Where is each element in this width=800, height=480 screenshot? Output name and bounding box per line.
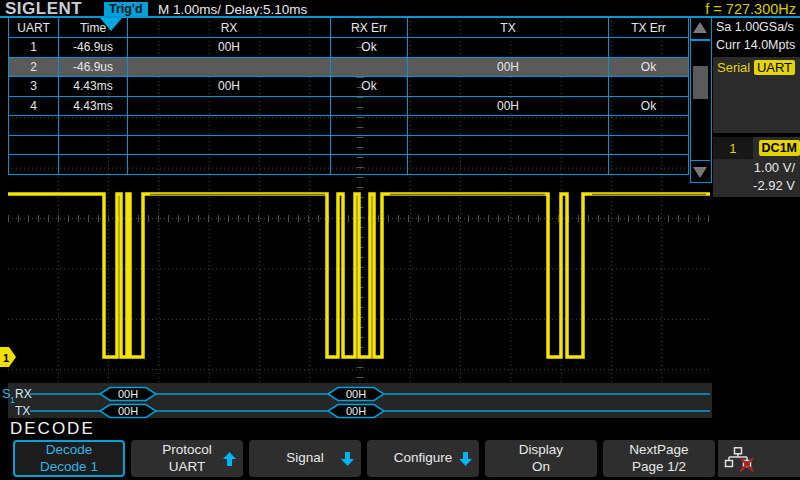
- cell-rxerr: [331, 96, 408, 116]
- serial-label: Serial: [717, 60, 750, 75]
- trigger-position-marker[interactable]: [100, 18, 122, 31]
- table-row[interactable]: 1 -46.9us 00H Ok: [9, 38, 689, 58]
- menu-button-label: Signal: [286, 450, 324, 467]
- cell-index: 2: [9, 57, 59, 77]
- cell-rxerr: Ok: [331, 38, 408, 58]
- table-row-empty: [9, 135, 689, 155]
- table-scrollbar[interactable]: [690, 17, 712, 183]
- col-header-txerr: TX Err: [609, 18, 689, 38]
- cell-txerr: [609, 77, 689, 97]
- cell-tx: 00H: [408, 96, 609, 116]
- cell-time: -46.9us: [59, 38, 128, 58]
- cell-index: 1: [9, 38, 59, 58]
- col-header-tx: TX: [408, 18, 609, 38]
- table-row[interactable]: 3 4.43ms 00H Ok: [9, 77, 689, 97]
- menu-button-value: UART: [169, 459, 206, 476]
- memory-depth-readout: Curr 14.0Mpts: [716, 38, 795, 52]
- rx-frame-value: 00H: [118, 388, 138, 400]
- lan-disconnected-icon: [724, 447, 754, 472]
- channel1-marker-label: 1: [3, 352, 9, 364]
- col-header-rxerr: RX Err: [331, 18, 408, 38]
- scrollbar-divider: [691, 160, 710, 162]
- cell-txerr: Ok: [609, 96, 689, 116]
- cell-index: 3: [9, 77, 59, 97]
- cell-time: -46.9us: [59, 57, 128, 77]
- serial-decode-panel[interactable]: Serial UART: [713, 57, 800, 133]
- channel1-panel[interactable]: 1 DC1M 1.00 V/ -2.92 V: [713, 137, 800, 197]
- table-row-selected[interactable]: 2 -46.9us 00H Ok: [9, 57, 689, 77]
- serial-protocol-badge: UART: [754, 60, 795, 75]
- table-row-empty: [9, 116, 689, 136]
- menu-button-signal[interactable]: Signal: [249, 440, 361, 477]
- menu-button-value: On: [532, 459, 550, 476]
- cell-tx: [408, 38, 609, 58]
- cell-rx: [128, 96, 331, 116]
- cell-rxerr: [331, 57, 408, 77]
- col-header-uart: UART: [9, 18, 59, 38]
- menu-status-area: [718, 440, 800, 477]
- frequency-counter: f = 727.300Hz: [705, 1, 796, 17]
- channel1-tab[interactable]: 1: [713, 137, 753, 159]
- menu-title: DECODE: [10, 419, 95, 439]
- tx-frame-value: 00H: [346, 405, 366, 417]
- decode-event-table: UART Time RX RX Err TX TX Err 1 -46.9us …: [8, 17, 689, 175]
- menu-button-label: Configure: [394, 450, 453, 467]
- cell-rx: 00H: [128, 38, 331, 58]
- menu-button-value: Decode 1: [40, 459, 98, 476]
- scroll-down-icon[interactable]: [693, 167, 707, 178]
- tx-frame-value: 00H: [118, 405, 138, 417]
- cell-rx: [128, 57, 331, 77]
- sample-rate-readout: Sa 1.00GSa/s: [716, 20, 794, 34]
- menu-button-label: NextPage: [629, 442, 688, 459]
- menu-button-label: Decode: [46, 442, 93, 459]
- cell-time: 4.43ms: [59, 77, 128, 97]
- scrollbar-divider: [691, 39, 710, 41]
- down-arrow-icon: [459, 452, 472, 466]
- down-arrow-icon: [341, 452, 354, 466]
- table-row-empty: [9, 155, 689, 175]
- menu-button-configure[interactable]: Configure: [367, 440, 479, 477]
- scrollbar-thumb[interactable]: [693, 66, 708, 99]
- cell-tx: [408, 77, 609, 97]
- tx-bus-label: TX: [15, 404, 30, 418]
- cell-rx: 00H: [128, 77, 331, 97]
- cell-index: 4: [9, 96, 59, 116]
- cell-rxerr: Ok: [331, 77, 408, 97]
- cell-tx: 00H: [408, 57, 609, 77]
- menu-button-protocol[interactable]: Protocol UART: [131, 440, 243, 477]
- menu-button-label: Protocol: [162, 442, 212, 459]
- table-row[interactable]: 4 4.43ms 00H Ok: [9, 96, 689, 116]
- menu-button-decode[interactable]: Decode Decode 1: [13, 440, 125, 477]
- trigger-status-badge[interactable]: Trig'd: [104, 2, 148, 17]
- rx-frame-value: 00H: [346, 388, 366, 400]
- channel1-scale: 1.00 V/: [713, 159, 800, 177]
- scroll-up-icon[interactable]: [693, 22, 707, 33]
- menu-button-label: Display: [519, 442, 563, 459]
- menu-button-nextpage[interactable]: NextPage Page 1/2: [603, 440, 715, 477]
- cell-time: 4.43ms: [59, 96, 128, 116]
- channel1-offset: -2.92 V: [713, 177, 800, 195]
- timebase-readout[interactable]: M 1.00ms/ Delay:5.10ms: [158, 2, 307, 17]
- menu-button-display[interactable]: Display On: [485, 440, 597, 477]
- channel1-coupling-badge: DC1M: [759, 140, 800, 156]
- cell-txerr: [609, 38, 689, 58]
- col-header-rx: RX: [128, 18, 331, 38]
- cell-txerr: Ok: [609, 57, 689, 77]
- up-arrow-icon: [223, 452, 236, 466]
- rx-bus-label: RX: [15, 387, 32, 401]
- menu-button-value: Page 1/2: [632, 459, 686, 476]
